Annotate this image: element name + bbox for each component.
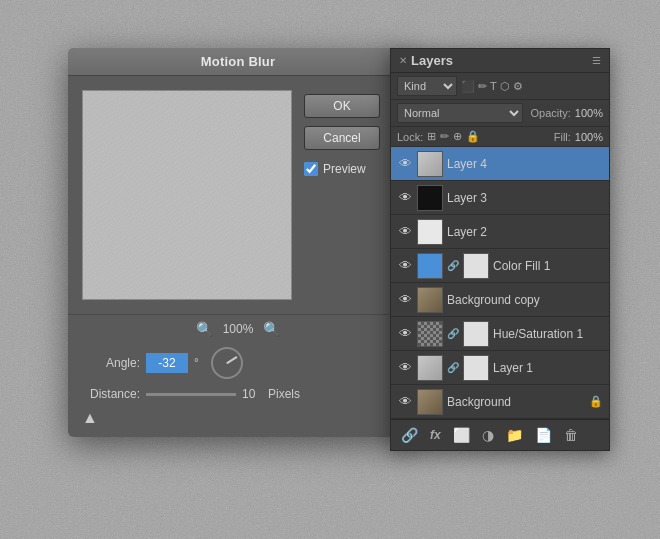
dialog-footer: 🔍 100% 🔍 Angle: ° Distance: 10 Pixels ▲ bbox=[68, 314, 408, 437]
eye-button-layer3[interactable]: 👁 bbox=[397, 190, 413, 205]
panel-menu-button[interactable]: ☰ bbox=[592, 55, 601, 66]
lock-artboard-icon[interactable]: ⊕ bbox=[453, 130, 462, 143]
angle-input[interactable] bbox=[146, 353, 188, 373]
layers-list: 👁Layer 4👁Layer 3👁Layer 2👁🔗Color Fill 1👁B… bbox=[391, 147, 609, 419]
layer-mask-layer1 bbox=[463, 355, 489, 381]
opacity-label: Opacity: bbox=[531, 107, 571, 119]
layer-thumb-layer4 bbox=[417, 151, 443, 177]
layer-row-color-fill-1[interactable]: 👁🔗Color Fill 1 bbox=[391, 249, 609, 283]
layer-row-layer1[interactable]: 👁🔗Layer 1 bbox=[391, 351, 609, 385]
layer-row-background[interactable]: 👁Background🔒 bbox=[391, 385, 609, 419]
mountain-icon: ▲ bbox=[82, 409, 394, 427]
layer-thumb-layer3 bbox=[417, 185, 443, 211]
layer-thumb-background bbox=[417, 389, 443, 415]
layer-row-layer2[interactable]: 👁Layer 2 bbox=[391, 215, 609, 249]
layer-row-hue-saturation[interactable]: 👁🔗Hue/Saturation 1 bbox=[391, 317, 609, 351]
angle-dial[interactable] bbox=[211, 347, 243, 379]
layer-mask-hue-saturation bbox=[463, 321, 489, 347]
layer-row-layer4[interactable]: 👁Layer 4 bbox=[391, 147, 609, 181]
eye-button-layer2[interactable]: 👁 bbox=[397, 224, 413, 239]
layer-name-layer2: Layer 2 bbox=[447, 225, 603, 239]
lock-pixels-icon[interactable]: ⊞ bbox=[427, 130, 436, 143]
layer-name-color-fill-1: Color Fill 1 bbox=[493, 259, 603, 273]
panel-close-button[interactable]: ✕ bbox=[399, 55, 407, 66]
layer-name-layer3: Layer 3 bbox=[447, 191, 603, 205]
cancel-button[interactable]: Cancel bbox=[304, 126, 380, 150]
layer-name-background-copy: Background copy bbox=[447, 293, 603, 307]
motion-blur-dialog: Motion Blur OK Cancel Preview 🔍 100% 🔍 A… bbox=[68, 48, 408, 437]
layer-thumb-hue-saturation bbox=[417, 321, 443, 347]
distance-label: Distance: bbox=[82, 387, 140, 401]
eye-button-color-fill-1[interactable]: 👁 bbox=[397, 258, 413, 273]
kind-icons: ⬛ ✏ T ⬡ ⚙ bbox=[461, 80, 523, 93]
angle-label: Angle: bbox=[82, 356, 140, 370]
delete-layer-button[interactable]: 🗑 bbox=[562, 425, 580, 445]
layer-mask-color-fill-1 bbox=[463, 253, 489, 279]
angle-row: Angle: ° bbox=[82, 347, 394, 379]
adjustment-layer-button[interactable]: ◑ bbox=[480, 425, 496, 445]
zoom-value: 100% bbox=[223, 322, 254, 336]
zoom-row: 🔍 100% 🔍 bbox=[82, 321, 394, 337]
lock-row: Lock: ⊞ ✏ ⊕ 🔒 Fill: 100% bbox=[391, 127, 609, 147]
layer-link-icon-color-fill-1: 🔗 bbox=[447, 260, 459, 271]
eye-button-background-copy[interactable]: 👁 bbox=[397, 292, 413, 307]
layer-name-layer1: Layer 1 bbox=[493, 361, 603, 375]
layers-footer: 🔗 fx ⬜ ◑ 📁 📄 🗑 bbox=[391, 419, 609, 450]
link-layers-button[interactable]: 🔗 bbox=[399, 425, 420, 445]
distance-row: Distance: 10 Pixels bbox=[82, 387, 394, 401]
pixel-filter-icon[interactable]: ⬛ bbox=[461, 80, 475, 93]
eye-button-background[interactable]: 👁 bbox=[397, 394, 413, 409]
preview-checkbox[interactable] bbox=[304, 162, 318, 176]
layer-thumb-color-fill-1 bbox=[417, 253, 443, 279]
dialog-controls: OK Cancel Preview bbox=[304, 90, 394, 300]
adjustment-filter-icon[interactable]: ✏ bbox=[478, 80, 487, 93]
eye-button-layer4[interactable]: 👁 bbox=[397, 156, 413, 171]
degree-symbol: ° bbox=[194, 356, 199, 370]
opacity-value: 100% bbox=[575, 107, 603, 119]
dialog-titlebar: Motion Blur bbox=[68, 48, 408, 76]
shape-filter-icon[interactable]: ⬡ bbox=[500, 80, 510, 93]
layer-locked-icon-background: 🔒 bbox=[589, 395, 603, 408]
eye-button-hue-saturation[interactable]: 👁 bbox=[397, 326, 413, 341]
new-layer-button[interactable]: 📄 bbox=[533, 425, 554, 445]
zoom-out-icon[interactable]: 🔍 bbox=[196, 321, 213, 337]
distance-slider[interactable] bbox=[146, 393, 236, 396]
layer-row-layer3[interactable]: 👁Layer 3 bbox=[391, 181, 609, 215]
layer-name-hue-saturation: Hue/Saturation 1 bbox=[493, 327, 603, 341]
preview-label: Preview bbox=[323, 162, 366, 176]
distance-unit: Pixels bbox=[268, 387, 300, 401]
kind-select[interactable]: Kind bbox=[397, 76, 457, 96]
layer-thumb-background-copy bbox=[417, 287, 443, 313]
layer-styles-button[interactable]: fx bbox=[428, 426, 443, 444]
blend-mode-select[interactable]: Normal bbox=[397, 103, 523, 123]
fill-label: Fill: bbox=[554, 131, 571, 143]
group-layers-button[interactable]: 📁 bbox=[504, 425, 525, 445]
lock-move-icon[interactable]: ✏ bbox=[440, 130, 449, 143]
lock-label: Lock: bbox=[397, 131, 423, 143]
layer-thumb-layer1 bbox=[417, 355, 443, 381]
dialog-title: Motion Blur bbox=[201, 54, 275, 69]
preview-checkbox-row: Preview bbox=[304, 162, 394, 176]
preview-canvas bbox=[82, 90, 292, 300]
layers-panel: ✕ Layers ☰ Kind ⬛ ✏ T ⬡ ⚙ Normal Opacity… bbox=[390, 48, 610, 451]
layer-name-background: Background bbox=[447, 395, 585, 409]
layer-name-layer4: Layer 4 bbox=[447, 157, 603, 171]
layer-link-icon-hue-saturation: 🔗 bbox=[447, 328, 459, 339]
smart-filter-icon[interactable]: ⚙ bbox=[513, 80, 523, 93]
fill-value: 100% bbox=[575, 131, 603, 143]
kind-row: Kind ⬛ ✏ T ⬡ ⚙ bbox=[391, 73, 609, 100]
layers-panel-title: Layers bbox=[411, 53, 453, 68]
layer-thumb-layer2 bbox=[417, 219, 443, 245]
layers-panel-header: ✕ Layers ☰ bbox=[391, 49, 609, 73]
dialog-body: OK Cancel Preview bbox=[68, 76, 408, 314]
lock-all-icon[interactable]: 🔒 bbox=[466, 130, 480, 143]
ok-button[interactable]: OK bbox=[304, 94, 380, 118]
add-mask-button[interactable]: ⬜ bbox=[451, 425, 472, 445]
eye-button-layer1[interactable]: 👁 bbox=[397, 360, 413, 375]
type-filter-icon[interactable]: T bbox=[490, 80, 497, 92]
lock-icons: ⊞ ✏ ⊕ 🔒 bbox=[427, 130, 480, 143]
zoom-in-icon[interactable]: 🔍 bbox=[263, 321, 280, 337]
layer-row-background-copy[interactable]: 👁Background copy bbox=[391, 283, 609, 317]
distance-value: 10 bbox=[242, 387, 262, 401]
layer-link-icon-layer1: 🔗 bbox=[447, 362, 459, 373]
